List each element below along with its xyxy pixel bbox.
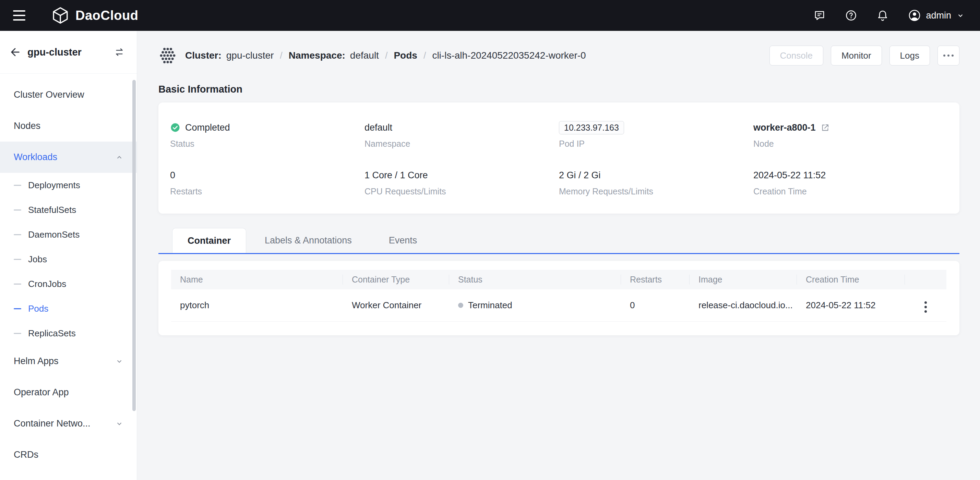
basic-information-card: Completed Status default Namespace 10.23… bbox=[158, 103, 959, 214]
cell-name: pytorch bbox=[171, 289, 343, 321]
sidebar-item-nodes[interactable]: Nodes bbox=[0, 110, 137, 141]
feedback-icon[interactable] bbox=[813, 9, 826, 22]
sidebar-item-operator-app[interactable]: Operator App bbox=[0, 377, 137, 408]
switch-cluster-icon[interactable] bbox=[113, 46, 125, 58]
row-more-actions-icon[interactable] bbox=[923, 299, 929, 315]
breadcrumb-cluster-label: Cluster: bbox=[185, 50, 221, 61]
breadcrumb-namespace-label: Namespace: bbox=[289, 50, 345, 61]
chevron-down-icon bbox=[115, 419, 124, 428]
col-header-status: Status bbox=[449, 270, 621, 289]
breadcrumb-namespace-value: default bbox=[350, 50, 379, 61]
sidebar-cluster-name: gpu-cluster bbox=[27, 47, 82, 58]
console-button: Console bbox=[770, 46, 823, 65]
tab-container[interactable]: Container bbox=[172, 228, 246, 253]
status-dot-icon bbox=[458, 303, 463, 308]
dash-icon bbox=[14, 185, 21, 186]
col-header-actions bbox=[905, 270, 947, 289]
cell-status: Terminated bbox=[449, 289, 621, 321]
tab-events[interactable]: Events bbox=[370, 228, 436, 253]
table-header-row: Name Container Type Status Restarts Imag… bbox=[171, 270, 947, 289]
sidebar-item-deployments[interactable]: Deployments bbox=[0, 173, 137, 197]
brand-name: DaoCloud bbox=[75, 8, 138, 23]
col-header-name: Name bbox=[171, 270, 343, 289]
avatar-icon bbox=[908, 9, 921, 22]
dash-icon bbox=[14, 259, 21, 260]
page-actions: Console Monitor Logs bbox=[770, 46, 960, 65]
breadcrumb-separator: / bbox=[423, 51, 426, 61]
topbar-right: admin bbox=[813, 9, 965, 22]
sidebar-header: gpu-cluster bbox=[0, 31, 137, 74]
status-value: Completed bbox=[185, 122, 230, 133]
user-name: admin bbox=[926, 10, 951, 21]
more-actions-button[interactable] bbox=[937, 46, 959, 65]
tab-labels-annotations[interactable]: Labels & Annotations bbox=[246, 228, 370, 253]
success-check-icon bbox=[170, 122, 180, 133]
sidebar-item-container-network[interactable]: Container Netwo... bbox=[0, 408, 137, 439]
chevron-down-icon bbox=[956, 11, 965, 20]
container-table-card: Name Container Type Status Restarts Imag… bbox=[158, 261, 959, 335]
sidebar-item-cluster-overview[interactable]: Cluster Overview bbox=[0, 79, 137, 110]
sidebar-item-statefulsets[interactable]: StatefulSets bbox=[0, 197, 137, 222]
sidebar-item-workloads[interactable]: Workloads bbox=[0, 141, 137, 173]
help-icon[interactable] bbox=[845, 9, 857, 22]
cell-actions bbox=[905, 289, 947, 321]
sidebar-item-crds[interactable]: CRDs bbox=[0, 439, 137, 470]
topbar: DaoCloud bbox=[0, 0, 980, 31]
main-content: Cluster: gpu-cluster / Namespace: defaul… bbox=[137, 31, 980, 480]
cell-image: release-ci.daocloud.io... bbox=[690, 289, 797, 321]
col-header-container-type: Container Type bbox=[343, 270, 449, 289]
dash-icon bbox=[14, 210, 21, 210]
dash-icon bbox=[14, 333, 21, 334]
info-field-pod-ip: 10.233.97.163 Pod IP bbox=[559, 120, 753, 149]
basic-information-title: Basic Information bbox=[158, 84, 959, 95]
sidebar-item-daemonsets[interactable]: DaemonSets bbox=[0, 222, 137, 247]
logs-button[interactable]: Logs bbox=[889, 46, 930, 65]
col-header-restarts: Restarts bbox=[621, 270, 690, 289]
back-arrow-icon[interactable] bbox=[9, 46, 21, 58]
sidebar: gpu-cluster Cluster Overview Nodes Workl… bbox=[0, 31, 137, 480]
sidebar-scrollbar[interactable] bbox=[132, 80, 136, 411]
sidebar-item-replicasets[interactable]: ReplicaSets bbox=[0, 321, 137, 346]
status-text: Terminated bbox=[468, 300, 512, 311]
sidebar-nav: Cluster Overview Nodes Workloads Deploym… bbox=[0, 74, 137, 470]
external-link-icon[interactable] bbox=[821, 123, 830, 132]
info-field-restarts: 0 Restarts bbox=[170, 168, 364, 197]
monitor-button[interactable]: Monitor bbox=[831, 46, 882, 65]
status-label: Status bbox=[170, 139, 364, 149]
cell-creation-time: 2024-05-22 11:52 bbox=[797, 289, 905, 321]
container-table: Name Container Type Status Restarts Imag… bbox=[171, 270, 947, 322]
daocloud-logo-icon bbox=[51, 6, 70, 25]
breadcrumb-pods-link[interactable]: Pods bbox=[394, 50, 417, 61]
hamburger-icon bbox=[13, 10, 25, 12]
menu-toggle-button[interactable] bbox=[10, 8, 28, 23]
chevron-up-icon bbox=[115, 153, 124, 162]
pod-ip-tag: 10.233.97.163 bbox=[559, 121, 624, 134]
cell-restarts: 0 bbox=[621, 289, 690, 321]
col-header-creation-time: Creation Time bbox=[797, 270, 905, 289]
col-header-image: Image bbox=[690, 270, 797, 289]
info-field-creation-time: 2024-05-22 11:52 Creation Time bbox=[753, 168, 948, 197]
dash-icon bbox=[14, 283, 21, 285]
info-field-memory: 2 Gi / 2 Gi Memory Requests/Limits bbox=[559, 168, 753, 197]
breadcrumb-separator: / bbox=[385, 51, 388, 61]
breadcrumb-pod-name: cli-ls-alh-20240522035242-worker-0 bbox=[432, 50, 585, 61]
info-field-node: worker-a800-1 Node bbox=[753, 120, 948, 149]
info-field-status: Completed Status bbox=[170, 120, 364, 149]
node-link[interactable]: worker-a800-1 bbox=[753, 122, 816, 133]
brand[interactable]: DaoCloud bbox=[51, 6, 138, 25]
breadcrumb-separator: / bbox=[280, 51, 283, 61]
info-field-namespace: default Namespace bbox=[364, 120, 559, 149]
dash-icon bbox=[14, 308, 21, 309]
cell-container-type: Worker Container bbox=[343, 289, 449, 321]
ellipsis-horizontal-icon bbox=[943, 54, 945, 57]
sidebar-item-pods[interactable]: Pods bbox=[0, 296, 137, 321]
sidebar-item-cronjobs[interactable]: CronJobs bbox=[0, 272, 137, 296]
sidebar-item-helm-apps[interactable]: Helm Apps bbox=[0, 346, 137, 377]
table-row: pytorch Worker Container Terminated 0 re… bbox=[171, 289, 947, 321]
user-menu[interactable]: admin bbox=[908, 9, 965, 22]
dash-icon bbox=[14, 234, 21, 235]
breadcrumb-cluster-value[interactable]: gpu-cluster bbox=[226, 50, 274, 61]
notifications-bell-icon[interactable] bbox=[877, 9, 889, 22]
chevron-down-icon bbox=[115, 357, 124, 366]
sidebar-item-jobs[interactable]: Jobs bbox=[0, 247, 137, 272]
